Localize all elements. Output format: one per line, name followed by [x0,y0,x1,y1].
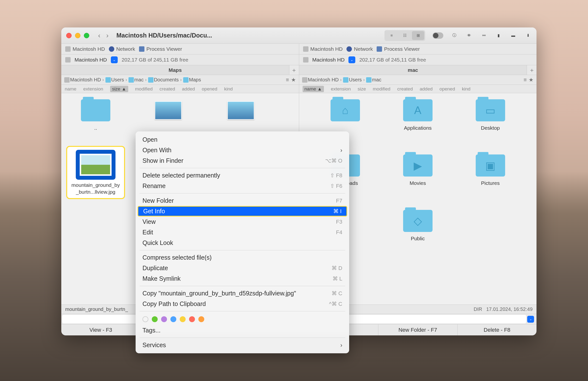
menu-item-show-in-finder[interactable]: Show in Finder⌥⌘ O [136,155,349,166]
device-tab-process-viewer[interactable]: Process Viewer [377,46,420,52]
crumb-macintosh-hd[interactable]: Macintosh HD [308,77,339,83]
menu-separator [140,338,345,338]
titlebar: ‹ › Macintosh HD/Users/mac/Docu... ≡ ☷ ⊞… [61,27,537,44]
hidden-files-toggle[interactable] [433,32,443,39]
menu-item-rename[interactable]: Rename⇧ F6 [136,181,349,191]
menu-item-compress-selected-file-s-[interactable]: Compress selected file(s) [136,252,349,263]
sort-column[interactable]: kind [224,86,233,92]
folder-item-public[interactable]: ◇Public [388,209,447,242]
archive-icon[interactable]: ▮ [495,32,502,39]
file-thumb-item[interactable] [139,98,198,131]
menu-item-services[interactable]: Services› [136,340,349,350]
sort-column[interactable]: opened [440,86,455,92]
drive-dropdown-button[interactable]: ⌄ [348,56,355,63]
list-style-icon[interactable]: ≡ [524,77,527,83]
crumb-users[interactable]: Users [349,77,362,83]
sort-column[interactable]: size [357,86,366,92]
sort-column[interactable]: name [65,86,77,92]
tag-color-dot[interactable] [189,316,195,322]
tag-color-dot[interactable] [152,316,158,322]
view-columns-button[interactable]: ☷ [399,31,411,40]
menu-item-tags-[interactable]: Tags... [136,325,349,336]
sort-column[interactable]: added [420,86,433,92]
add-tab-button[interactable]: ＋ [289,65,299,75]
tag-color-dot[interactable] [143,316,148,322]
sort-column[interactable]: opened [202,86,217,92]
download-icon[interactable]: ⬇ [524,32,532,39]
crumb-documents[interactable]: Documents [154,77,179,83]
menu-item-open[interactable]: Open [136,134,349,145]
view-list-button[interactable]: ≡ [385,31,398,40]
menu-item-copy-path-to-clipboard[interactable]: Copy Path to Clipboard^⌘ C [136,299,349,309]
star-icon[interactable]: ★ [291,77,296,83]
menu-item-new-folder[interactable]: New FolderF7 [136,195,349,206]
add-tab-button[interactable]: ＋ [527,65,537,75]
menu-item-make-symlink[interactable]: Make Symlink⌘ L [136,273,349,284]
folder-item-pictures[interactable]: ▣Pictures [461,153,520,186]
device-tab-process-viewer[interactable]: Process Viewer [139,46,182,52]
footer-view-button[interactable]: View - F3 [61,324,141,335]
tag-color-dot[interactable] [161,316,167,322]
tag-color-dot[interactable] [170,316,176,322]
info-icon[interactable]: ⓘ [451,32,458,39]
crumb-users[interactable]: Users [111,77,124,83]
list-style-icon[interactable]: ≡ [286,77,289,83]
selected-file-item[interactable]: mountain_ground_by_burtn...llview.jpg [66,146,125,199]
sort-column[interactable]: added [182,86,195,92]
sort-column[interactable]: created [397,86,413,92]
menu-item-quick-look[interactable]: Quick Look [136,238,349,248]
tag-color-dot[interactable] [180,316,186,322]
device-tab-network[interactable]: Network [109,46,135,52]
menu-shortcut: ⌘ I [333,208,342,214]
zoom-window-button[interactable] [84,33,89,38]
footer-delete-button[interactable]: Delete - F8 [458,324,537,335]
menu-item-label: Duplicate [143,265,168,272]
menu-item-edit[interactable]: EditF4 [136,227,349,238]
view-icons-button[interactable]: ⊞ [412,31,424,40]
device-tab-network[interactable]: Network [346,46,373,52]
sort-column[interactable]: extension [331,86,351,92]
menu-shortcut: ⇧ F8 [330,172,342,179]
connect-server-icon[interactable]: ▬ [509,32,517,39]
footer-newfolder-button[interactable]: New Folder - F7 [378,324,458,335]
sort-column[interactable]: modified [373,86,390,92]
binoculars-icon[interactable]: ⚯ [480,32,487,39]
menu-item-get-info[interactable]: Get Info⌘ I [138,206,347,216]
tag-color-dot[interactable] [198,316,204,322]
forward-button[interactable]: › [106,32,108,40]
menu-item-delete-selected-permanently[interactable]: Delete selected permanently⇧ F8 [136,170,349,181]
menu-item-view[interactable]: ViewF3 [136,216,349,227]
crumb-macintosh-hd[interactable]: Macintosh HD [70,77,101,83]
folder-item-applications[interactable]: AApplications [388,98,447,131]
folder-icon [148,77,153,83]
menu-item-copy-mountain-ground-by-burtn-[interactable]: Copy "mountain_ground_by_burtn_d59zsdp-f… [136,288,349,299]
drive-dropdown-button[interactable]: ⌄ [111,56,118,63]
path-dropdown-button[interactable]: ⌄ [527,316,534,323]
tab-mac[interactable]: mac [299,65,527,75]
sort-column[interactable]: name ▲ [303,86,324,92]
back-button[interactable]: ‹ [98,32,100,40]
file-thumb-item[interactable] [211,98,270,131]
minimize-window-button[interactable] [75,33,81,38]
crumb-maps[interactable]: Maps [189,77,201,83]
menu-item-label: Delete selected permanently [143,172,220,179]
folder-item-desktop[interactable]: ▭Desktop [461,98,520,131]
close-window-button[interactable] [66,33,72,38]
sort-column[interactable]: extension [83,86,103,92]
sort-column[interactable]: kind [462,86,471,92]
folder-item-movies[interactable]: ▶Movies [388,153,447,186]
sort-column[interactable]: modified [135,86,153,92]
sort-column[interactable]: created [160,86,175,92]
device-tab-macintosh-hd[interactable]: Macintosh HD [303,46,343,52]
star-icon[interactable]: ★ [529,77,534,83]
menu-item-open-with[interactable]: Open With› [136,145,349,155]
menu-item-duplicate[interactable]: Duplicate⌘ D [136,263,349,273]
tab-maps[interactable]: Maps [61,65,289,75]
parent-folder-item[interactable]: .. [66,98,125,131]
crumb-mac[interactable]: mac [134,77,144,83]
quicklook-icon[interactable]: 👁 [465,32,473,39]
folder-item-home[interactable]: ⌂ [316,98,375,131]
crumb-mac[interactable]: mac [372,77,381,83]
device-tab-macintosh-hd[interactable]: Macintosh HD [65,46,105,52]
sort-column[interactable]: size ▲ [110,86,128,92]
